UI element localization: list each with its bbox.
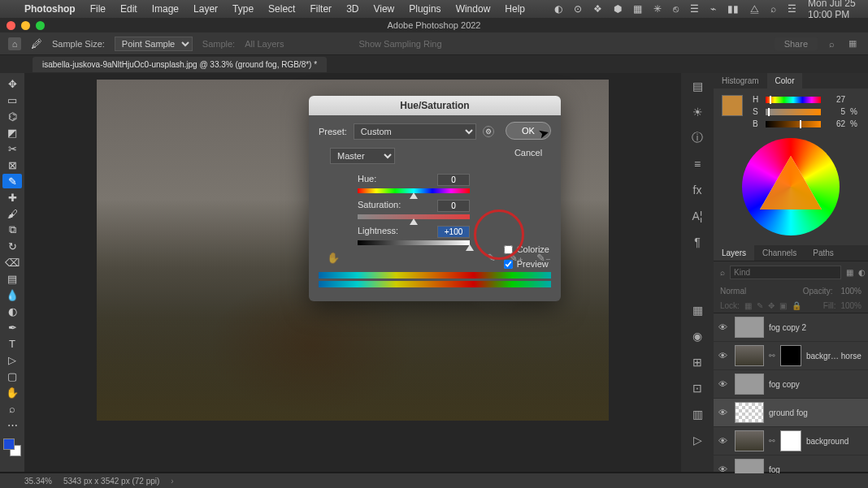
lasso-tool[interactable]: ⌬	[2, 109, 22, 123]
layer-row[interactable]: 👁 ⚯ background	[714, 427, 868, 456]
brush-tool[interactable]: 🖌	[2, 206, 22, 221]
visibility-icon[interactable]: 👁	[718, 436, 730, 446]
status-icon[interactable]: ✳	[653, 3, 662, 15]
preset-gear-icon[interactable]: ⚙	[483, 126, 494, 137]
lock-icon[interactable]: ✥	[768, 301, 775, 310]
menu-window[interactable]: Window	[456, 3, 491, 15]
visibility-icon[interactable]: 👁	[718, 322, 730, 332]
status-icon[interactable]: ◐	[554, 3, 562, 15]
menu-layer[interactable]: Layer	[193, 3, 218, 15]
tab-color[interactable]: Color	[767, 73, 803, 89]
path-tool[interactable]: ▷	[2, 352, 22, 367]
preset-select[interactable]: Custom	[354, 123, 476, 140]
close-window[interactable]	[7, 21, 15, 30]
status-icon[interactable]: ☰	[690, 3, 699, 15]
status-icon[interactable]: ⌁	[710, 3, 716, 15]
search-bar-icon[interactable]: ⌕	[824, 37, 839, 51]
crop-tool[interactable]: ✂	[2, 141, 22, 156]
dock-icon[interactable]: ▦	[689, 302, 705, 318]
hand-icon[interactable]: ✋	[327, 252, 340, 264]
layer-row[interactable]: 👁 fog copy	[714, 370, 868, 399]
color-wheel[interactable]	[742, 138, 840, 235]
menu-view[interactable]: View	[373, 3, 394, 15]
opacity-value[interactable]: 100%	[840, 287, 861, 296]
dock-icon[interactable]: ▥	[689, 406, 705, 422]
marquee-tool[interactable]: ▭	[2, 93, 22, 107]
gradient-tool[interactable]: ▤	[2, 271, 22, 286]
dock-icon[interactable]: ⓘ	[689, 130, 705, 146]
foreground-swatch[interactable]	[3, 438, 15, 450]
hand-tool[interactable]: ✋	[2, 385, 22, 399]
menu-image[interactable]: Image	[152, 3, 179, 15]
dock-icon[interactable]: ⊡	[689, 380, 705, 396]
saturation-slider[interactable]	[358, 214, 470, 219]
tab-channels[interactable]: Channels	[754, 245, 805, 261]
eyedropper-tool[interactable]: ✎	[2, 174, 22, 188]
menu-filter[interactable]: Filter	[310, 3, 332, 15]
visibility-icon[interactable]: 👁	[718, 408, 730, 417]
layer-thumb[interactable]	[735, 402, 764, 423]
layer-thumb[interactable]	[735, 317, 764, 338]
layer-mask-thumb[interactable]	[780, 430, 801, 451]
menu-file[interactable]: File	[90, 3, 106, 15]
eraser-tool[interactable]: ⌫	[2, 255, 22, 270]
pen-tool[interactable]: ✒	[2, 320, 22, 335]
status-chevron-icon[interactable]: ›	[171, 477, 173, 486]
stamp-tool[interactable]: ⧉	[2, 222, 22, 237]
wifi-icon[interactable]: ⧋	[750, 3, 759, 15]
cancel-button[interactable]: Cancel	[506, 145, 551, 161]
lock-icon[interactable]: ▦	[744, 301, 752, 310]
status-icon[interactable]: ⎋	[673, 3, 679, 15]
layer-row[interactable]: 👁 fog copy 2	[714, 313, 868, 342]
hue-slider[interactable]	[358, 188, 470, 193]
zoom-level[interactable]: 35.34%	[24, 477, 52, 486]
eyedropper-tool-icon[interactable]: 🖉	[31, 37, 42, 50]
dock-icon[interactable]: ¶	[689, 234, 705, 250]
maximize-window[interactable]	[36, 21, 45, 30]
layer-thumb[interactable]	[735, 430, 764, 451]
menu-edit[interactable]: Edit	[120, 3, 137, 15]
dock-icon[interactable]: ◉	[689, 328, 705, 344]
saturation-input[interactable]	[437, 200, 470, 212]
search-icon[interactable]: ⌕	[770, 3, 776, 15]
lightness-input[interactable]	[437, 226, 470, 238]
lock-icon[interactable]: 🔒	[792, 301, 801, 310]
healing-tool[interactable]: ✚	[2, 190, 22, 205]
hue-input[interactable]	[437, 174, 470, 186]
filter-type-icon[interactable]: ▦	[846, 268, 853, 277]
dock-icon[interactable]: fx	[689, 182, 705, 198]
control-center-icon[interactable]: ☲	[788, 3, 796, 15]
tab-paths[interactable]: Paths	[805, 245, 842, 261]
visibility-icon[interactable]: 👁	[718, 351, 730, 361]
menu-plugins[interactable]: Plugins	[409, 3, 441, 15]
status-icon[interactable]: ⬢	[614, 3, 622, 15]
hue-slider[interactable]	[766, 97, 821, 103]
blur-tool[interactable]: 💧	[2, 287, 22, 302]
dodge-tool[interactable]: ◐	[2, 304, 22, 318]
link-icon[interactable]: ⚯	[769, 437, 775, 445]
battery-icon[interactable]: ▮▮	[727, 3, 739, 15]
filter-icon[interactable]: ⌕	[720, 268, 725, 277]
preview-checkbox[interactable]: Preview	[504, 259, 549, 269]
menu-3d[interactable]: 3D	[346, 3, 358, 15]
link-icon[interactable]: ⚯	[769, 352, 775, 360]
lightness-slider[interactable]	[358, 240, 470, 245]
dock-icon[interactable]: ≡	[689, 156, 705, 172]
sat-slider[interactable]	[766, 109, 821, 115]
layer-thumb[interactable]	[735, 345, 764, 366]
bri-slider[interactable]	[766, 121, 821, 127]
layer-filter-input[interactable]	[730, 266, 841, 279]
dock-icon[interactable]: ☀	[689, 104, 705, 120]
home-button[interactable]: ⌂	[8, 37, 21, 50]
shape-tool[interactable]: ▢	[2, 369, 22, 383]
color-swatches[interactable]	[3, 438, 21, 456]
dock-icon[interactable]: ▤	[689, 78, 705, 94]
zoom-tool[interactable]: ⌕	[2, 401, 22, 416]
status-icon[interactable]: ▦	[633, 3, 642, 15]
menu-select[interactable]: Select	[268, 3, 295, 15]
menu-type[interactable]: Type	[232, 3, 254, 15]
menu-help[interactable]: Help	[505, 3, 525, 15]
blend-mode[interactable]: Normal	[720, 287, 746, 296]
tab-layers[interactable]: Layers	[714, 245, 754, 261]
dock-icon[interactable]: ⊞	[689, 354, 705, 370]
